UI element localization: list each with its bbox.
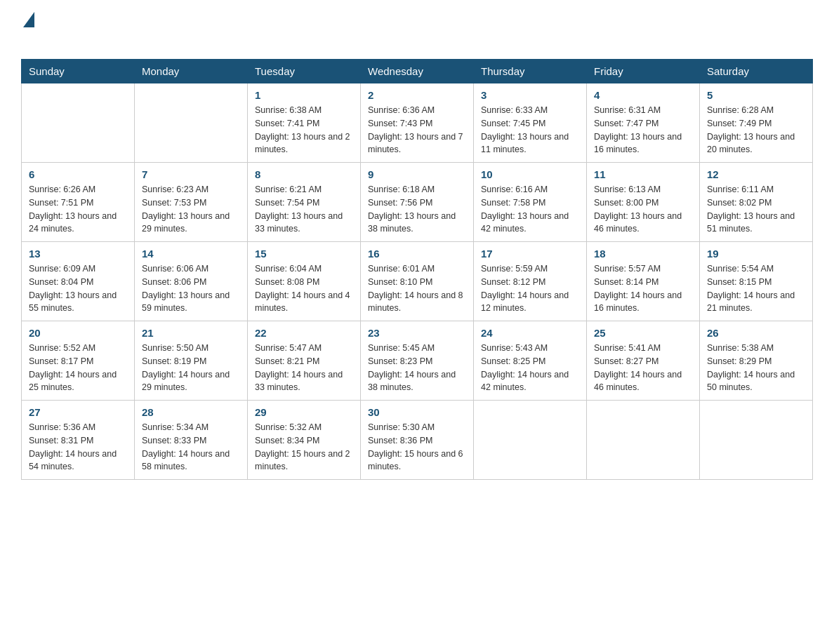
day-number: 8: [255, 168, 353, 180]
calendar-cell: 3Sunrise: 6:33 AMSunset: 7:45 PMDaylight…: [474, 83, 587, 163]
day-number: 22: [255, 327, 353, 339]
calendar-cell: [474, 401, 587, 480]
logo-arrow-icon: [23, 12, 34, 27]
day-info: Sunrise: 5:47 AMSunset: 8:21 PMDaylight:…: [255, 342, 353, 394]
day-number: 12: [707, 168, 805, 180]
calendar-cell: 25Sunrise: 5:41 AMSunset: 8:27 PMDayligh…: [587, 321, 700, 401]
day-info: Sunrise: 6:09 AMSunset: 8:04 PMDaylight:…: [29, 262, 127, 315]
calendar-cell: 11Sunrise: 6:13 AMSunset: 8:00 PMDayligh…: [587, 163, 700, 242]
calendar-header-thursday: Thursday: [474, 60, 587, 83]
day-info: Sunrise: 5:54 AMSunset: 8:15 PMDaylight:…: [707, 262, 805, 315]
day-number: 18: [594, 248, 692, 260]
calendar-cell: 9Sunrise: 6:18 AMSunset: 7:56 PMDaylight…: [361, 163, 474, 242]
day-info: Sunrise: 6:28 AMSunset: 7:49 PMDaylight:…: [707, 104, 805, 156]
logo-wrapper: [21, 14, 34, 29]
day-number: 28: [142, 406, 240, 418]
day-info: Sunrise: 5:43 AMSunset: 8:25 PMDaylight:…: [481, 342, 579, 394]
calendar-cell: 23Sunrise: 5:45 AMSunset: 8:23 PMDayligh…: [361, 321, 474, 401]
day-number: 23: [368, 327, 466, 339]
day-info: Sunrise: 5:45 AMSunset: 8:23 PMDaylight:…: [368, 342, 466, 394]
day-info: Sunrise: 6:16 AMSunset: 7:58 PMDaylight:…: [481, 183, 579, 236]
page-header: [21, 14, 813, 52]
calendar-week-2: 6Sunrise: 6:26 AMSunset: 7:51 PMDaylight…: [22, 163, 813, 242]
calendar-cell: 2Sunrise: 6:36 AMSunset: 7:43 PMDaylight…: [361, 83, 474, 163]
day-number: 20: [29, 327, 127, 339]
logo: [21, 14, 34, 52]
calendar-cell: 14Sunrise: 6:06 AMSunset: 8:06 PMDayligh…: [135, 242, 248, 321]
calendar-cell: 1Sunrise: 6:38 AMSunset: 7:41 PMDaylight…: [248, 83, 361, 163]
calendar-cell: 12Sunrise: 6:11 AMSunset: 8:02 PMDayligh…: [700, 163, 813, 242]
day-number: 2: [368, 89, 466, 101]
calendar-header-sunday: Sunday: [22, 60, 135, 83]
calendar-cell: 26Sunrise: 5:38 AMSunset: 8:29 PMDayligh…: [700, 321, 813, 401]
day-number: 6: [29, 168, 127, 180]
calendar-cell: 19Sunrise: 5:54 AMSunset: 8:15 PMDayligh…: [700, 242, 813, 321]
day-number: 21: [142, 327, 240, 339]
day-number: 16: [368, 248, 466, 260]
day-info: Sunrise: 5:50 AMSunset: 8:19 PMDaylight:…: [142, 342, 240, 394]
day-info: Sunrise: 6:23 AMSunset: 7:53 PMDaylight:…: [142, 183, 240, 236]
calendar-cell: [700, 401, 813, 480]
day-info: Sunrise: 6:21 AMSunset: 7:54 PMDaylight:…: [255, 183, 353, 236]
day-number: 4: [594, 89, 692, 101]
calendar-cell: [22, 83, 135, 163]
day-info: Sunrise: 5:38 AMSunset: 8:29 PMDaylight:…: [707, 342, 805, 394]
day-number: 11: [594, 168, 692, 180]
day-info: Sunrise: 6:31 AMSunset: 7:47 PMDaylight:…: [594, 104, 692, 156]
calendar-cell: 5Sunrise: 6:28 AMSunset: 7:49 PMDaylight…: [700, 83, 813, 163]
day-number: 14: [142, 248, 240, 260]
day-info: Sunrise: 5:59 AMSunset: 8:12 PMDaylight:…: [481, 262, 579, 315]
calendar-cell: 7Sunrise: 6:23 AMSunset: 7:53 PMDaylight…: [135, 163, 248, 242]
calendar-cell: 15Sunrise: 6:04 AMSunset: 8:08 PMDayligh…: [248, 242, 361, 321]
calendar-cell: 27Sunrise: 5:36 AMSunset: 8:31 PMDayligh…: [22, 401, 135, 480]
calendar-week-3: 13Sunrise: 6:09 AMSunset: 8:04 PMDayligh…: [22, 242, 813, 321]
calendar-cell: 16Sunrise: 6:01 AMSunset: 8:10 PMDayligh…: [361, 242, 474, 321]
day-number: 15: [255, 248, 353, 260]
day-info: Sunrise: 5:32 AMSunset: 8:34 PMDaylight:…: [255, 421, 353, 474]
calendar-cell: 20Sunrise: 5:52 AMSunset: 8:17 PMDayligh…: [22, 321, 135, 401]
calendar-cell: 18Sunrise: 5:57 AMSunset: 8:14 PMDayligh…: [587, 242, 700, 321]
day-number: 17: [481, 248, 579, 260]
day-number: 30: [368, 406, 466, 418]
calendar-cell: [135, 83, 248, 163]
day-info: Sunrise: 5:34 AMSunset: 8:33 PMDaylight:…: [142, 421, 240, 474]
calendar-week-5: 27Sunrise: 5:36 AMSunset: 8:31 PMDayligh…: [22, 401, 813, 480]
calendar-cell: 28Sunrise: 5:34 AMSunset: 8:33 PMDayligh…: [135, 401, 248, 480]
calendar-cell: 4Sunrise: 6:31 AMSunset: 7:47 PMDaylight…: [587, 83, 700, 163]
calendar-cell: 29Sunrise: 5:32 AMSunset: 8:34 PMDayligh…: [248, 401, 361, 480]
day-number: 24: [481, 327, 579, 339]
day-info: Sunrise: 6:13 AMSunset: 8:00 PMDaylight:…: [594, 183, 692, 236]
calendar-cell: 21Sunrise: 5:50 AMSunset: 8:19 PMDayligh…: [135, 321, 248, 401]
day-number: 1: [255, 89, 353, 101]
day-info: Sunrise: 6:01 AMSunset: 8:10 PMDaylight:…: [368, 262, 466, 315]
day-info: Sunrise: 6:38 AMSunset: 7:41 PMDaylight:…: [255, 104, 353, 156]
day-number: 27: [29, 406, 127, 418]
day-info: Sunrise: 6:04 AMSunset: 8:08 PMDaylight:…: [255, 262, 353, 315]
calendar-week-4: 20Sunrise: 5:52 AMSunset: 8:17 PMDayligh…: [22, 321, 813, 401]
day-info: Sunrise: 6:18 AMSunset: 7:56 PMDaylight:…: [368, 183, 466, 236]
calendar-header-wednesday: Wednesday: [361, 60, 474, 83]
calendar-cell: 22Sunrise: 5:47 AMSunset: 8:21 PMDayligh…: [248, 321, 361, 401]
day-info: Sunrise: 6:11 AMSunset: 8:02 PMDaylight:…: [707, 183, 805, 236]
day-number: 13: [29, 248, 127, 260]
calendar-cell: 17Sunrise: 5:59 AMSunset: 8:12 PMDayligh…: [474, 242, 587, 321]
day-number: 7: [142, 168, 240, 180]
day-number: 3: [481, 89, 579, 101]
calendar-header-saturday: Saturday: [700, 60, 813, 83]
day-info: Sunrise: 6:26 AMSunset: 7:51 PMDaylight:…: [29, 183, 127, 236]
calendar-header-friday: Friday: [587, 60, 700, 83]
calendar-header-row: SundayMondayTuesdayWednesdayThursdayFrid…: [22, 60, 813, 83]
day-number: 10: [481, 168, 579, 180]
day-info: Sunrise: 5:52 AMSunset: 8:17 PMDaylight:…: [29, 342, 127, 394]
day-number: 9: [368, 168, 466, 180]
day-info: Sunrise: 5:41 AMSunset: 8:27 PMDaylight:…: [594, 342, 692, 394]
calendar-cell: 6Sunrise: 6:26 AMSunset: 7:51 PMDaylight…: [22, 163, 135, 242]
calendar-cell: [587, 401, 700, 480]
day-number: 25: [594, 327, 692, 339]
calendar-cell: 10Sunrise: 6:16 AMSunset: 7:58 PMDayligh…: [474, 163, 587, 242]
calendar-week-1: 1Sunrise: 6:38 AMSunset: 7:41 PMDaylight…: [22, 83, 813, 163]
day-number: 26: [707, 327, 805, 339]
day-info: Sunrise: 5:30 AMSunset: 8:36 PMDaylight:…: [368, 421, 466, 474]
day-number: 19: [707, 248, 805, 260]
day-number: 29: [255, 406, 353, 418]
